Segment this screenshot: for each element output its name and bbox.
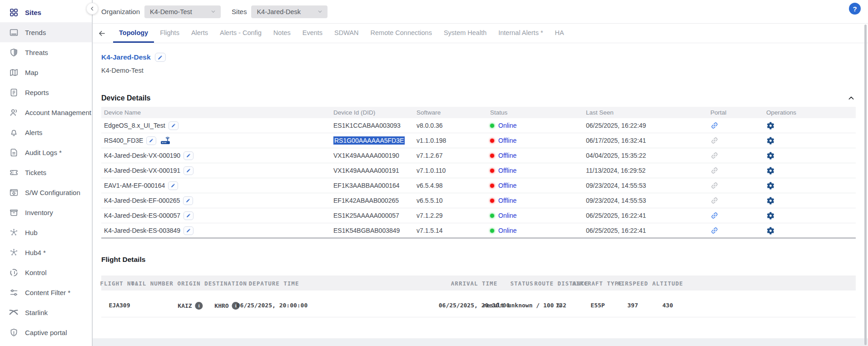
sidebar-item-hub[interactable]: Hub <box>0 222 92 242</box>
edit-device-button[interactable] <box>184 151 193 160</box>
sidebar-item-account-management[interactable]: Account Management <box>0 102 92 122</box>
last-seen: 09/23/2024, 14:55:53 <box>583 197 708 204</box>
status-link[interactable]: Online <box>498 212 516 219</box>
status-link[interactable]: Online <box>498 227 516 234</box>
offline-dot-icon <box>490 154 494 158</box>
sidebar-item-sites[interactable]: Sites <box>0 2 92 22</box>
device-name: K4-Jared-Desk-VX-000191 <box>104 167 180 174</box>
sidebar-item-threats[interactable]: Threats <box>0 42 92 62</box>
device-name: EAV1-AM-EF-000164 <box>104 182 165 189</box>
flight-destination: KHRO i <box>214 302 239 310</box>
device-table: Device Name Device Id (DID) Software Sta… <box>101 107 856 238</box>
status-link[interactable]: Online <box>498 122 516 129</box>
sites-label: Sites <box>232 8 247 15</box>
sidebar-item-inventory[interactable]: Inventory <box>0 202 92 222</box>
sidebar-collapse-button[interactable] <box>86 3 98 15</box>
sidebar-item-label: Trends <box>25 29 46 36</box>
edit-site-button[interactable] <box>155 53 166 62</box>
tab-events[interactable]: Events <box>297 24 328 43</box>
operations-gear-icon[interactable] <box>766 196 775 205</box>
tab-system-health[interactable]: System Health <box>438 24 492 43</box>
sidebar-item-starlink[interactable]: Starlink <box>0 302 92 322</box>
tab-flights[interactable]: Flights <box>154 24 185 43</box>
edit-device-button[interactable] <box>184 226 193 235</box>
pencil-icon <box>186 228 191 233</box>
device-id: EF1K3AABBAA000164 <box>331 182 414 189</box>
sidebar-item-captive-portal[interactable]: Captive portal <box>0 322 92 342</box>
operations-gear-icon[interactable] <box>766 166 775 175</box>
bell-icon <box>8 127 19 138</box>
section-title: Device Details <box>101 94 151 102</box>
portal-link-icon[interactable] <box>710 226 719 235</box>
footer-strip <box>93 338 868 346</box>
ticket-icon <box>8 167 19 178</box>
flight-origin: KAIZ i <box>178 302 203 310</box>
organization-select[interactable]: K4-Demo-Test <box>144 5 221 18</box>
flight-details-title: Flight Details <box>101 256 856 264</box>
device-id: ES1K54BGBAB003849 <box>331 227 414 234</box>
sidebar-item-sw-configuration[interactable]: S/W Configuration <box>0 182 92 202</box>
edit-device-button[interactable] <box>183 196 193 205</box>
device-row: K4-Jared-Desk-VX-000190 VX1K49AAAAA00019… <box>101 148 856 163</box>
tab-topology[interactable]: Topology <box>113 24 154 43</box>
tab-notes[interactable]: Notes <box>268 24 297 43</box>
status-link[interactable]: Offline <box>498 197 516 204</box>
status-link[interactable]: Offline <box>498 137 516 144</box>
edit-device-button[interactable] <box>169 121 179 130</box>
collapse-section-button[interactable] <box>847 94 856 103</box>
site-name-link[interactable]: K4-Jared-Desk <box>101 53 151 61</box>
device-name: K4-Jared-Desk-ES-000057 <box>104 212 180 219</box>
edit-device-button[interactable] <box>146 136 156 145</box>
tab-ha[interactable]: HA <box>549 24 570 43</box>
operations-gear-icon[interactable] <box>766 121 775 130</box>
edit-device-button[interactable] <box>168 181 178 190</box>
sidebar-item-trends[interactable]: Trends <box>0 22 92 42</box>
last-seen: 09/23/2024, 14:55:53 <box>583 182 708 189</box>
operations-gear-icon[interactable] <box>766 151 775 160</box>
portal-link-icon[interactable] <box>710 211 719 220</box>
device-software: v7.1.2.67 <box>414 152 487 159</box>
info-icon[interactable]: i <box>195 302 203 310</box>
device-id: EF1K42ABAAB000265 <box>331 197 414 204</box>
edit-device-button[interactable] <box>184 166 193 175</box>
portal-link-icon <box>710 151 719 160</box>
status-link[interactable]: Offline <box>498 167 516 174</box>
tab-remote-connections[interactable]: Remote Connections <box>365 24 438 43</box>
column-header: Portal <box>708 109 764 116</box>
map-icon <box>8 67 19 78</box>
window-icon <box>8 27 19 38</box>
status-link[interactable]: Offline <box>498 182 516 189</box>
operations-gear-icon[interactable] <box>766 181 775 190</box>
operations-gear-icon[interactable] <box>766 211 775 220</box>
operations-gear-icon[interactable] <box>766 136 775 145</box>
device-software: v1.1.0.198 <box>414 137 487 144</box>
device-row: K4-Jared-Desk-VX-000191 VX1K49AAAAA00019… <box>101 163 856 178</box>
tab-sdwan[interactable]: SDWAN <box>328 24 364 43</box>
pencil-icon <box>186 168 191 173</box>
sites-select[interactable]: K4-Jared-Desk <box>251 5 327 18</box>
device-row: EdgeOS_8.x_UI_Test ES1K1CCABAA003093 v8.… <box>101 118 856 133</box>
help-button[interactable]: ? <box>849 3 861 15</box>
operations-gear-icon[interactable] <box>766 226 775 235</box>
sidebar-item-content-filter[interactable]: Content Filter * <box>0 282 92 302</box>
router-icon[interactable] <box>160 136 170 145</box>
device-details-header: Device Details <box>101 94 856 103</box>
tab-internal-alerts[interactable]: Internal Alerts * <box>492 24 549 43</box>
sidebar-item-kontrol[interactable]: Kontrol <box>0 262 92 282</box>
sidebar-item-reports[interactable]: Reports <box>0 82 92 102</box>
device-name: K4-Jared-Desk-EF-000265 <box>104 197 180 204</box>
sidebar-item-hub4[interactable]: Hub4 * <box>0 242 92 262</box>
sidebar-item-tickets[interactable]: Tickets <box>0 162 92 182</box>
chevron-up-icon <box>848 95 855 102</box>
sidebar-item-alerts[interactable]: Alerts <box>0 122 92 142</box>
sidebar-item-audit-logs[interactable]: Audit Logs * <box>0 142 92 162</box>
back-button[interactable] <box>97 28 107 38</box>
edit-device-button[interactable] <box>184 211 193 220</box>
tab-alerts-config[interactable]: Alerts - Config <box>214 24 268 43</box>
main-scrollbar[interactable] <box>864 25 867 345</box>
tab-alerts[interactable]: Alerts <box>185 24 214 43</box>
pencil-icon <box>149 138 154 143</box>
portal-link-icon[interactable] <box>710 121 719 130</box>
status-link[interactable]: Offline <box>498 152 516 159</box>
sidebar-item-map[interactable]: Map <box>0 62 92 82</box>
